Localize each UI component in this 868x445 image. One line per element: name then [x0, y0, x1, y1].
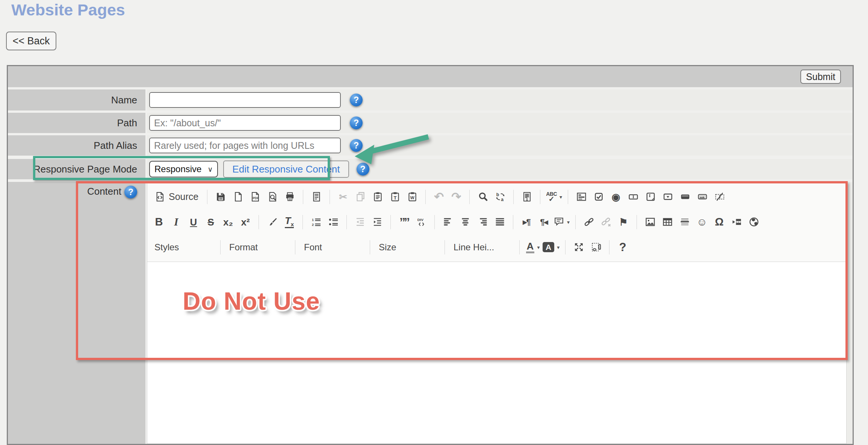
find-icon[interactable]: [475, 188, 490, 206]
toolbar-separator: [568, 190, 568, 204]
select-all-icon[interactable]: [519, 188, 534, 206]
paste-from-word-icon[interactable]: [405, 188, 420, 206]
toolbar-separator: [609, 240, 609, 254]
smiley-icon[interactable]: ☺: [694, 213, 709, 231]
name-row: Name ?: [8, 89, 853, 110]
toolbar-separator: [370, 240, 370, 254]
new-page-icon[interactable]: [230, 188, 245, 206]
path-alias-label: Path Alias: [8, 135, 145, 156]
path-row: Path ?: [8, 113, 853, 133]
horizontal-rule-icon[interactable]: [677, 213, 692, 231]
name-input[interactable]: [149, 92, 341, 108]
content-label: Content: [87, 186, 121, 197]
link-icon[interactable]: [581, 213, 596, 231]
text-direction-ltr-icon[interactable]: ▸¶: [519, 213, 534, 231]
background-color-icon[interactable]: A▾: [543, 239, 560, 256]
italic-icon[interactable]: I: [169, 213, 184, 231]
source-icon[interactable]: Source: [151, 188, 201, 206]
replace-icon[interactable]: [493, 188, 508, 206]
toolbar-separator: [637, 215, 637, 229]
bulleted-list-icon[interactable]: [326, 213, 341, 231]
edit-responsive-content-button[interactable]: Edit Responsive Content: [223, 160, 349, 178]
justify-icon[interactable]: [492, 213, 507, 231]
superscript-icon[interactable]: x²: [238, 213, 253, 231]
align-left-icon[interactable]: [440, 213, 455, 231]
responsive-mode-select[interactable]: Responsive ∨: [149, 161, 218, 177]
page-title: Website Pages: [11, 1, 125, 19]
image-button-icon[interactable]: [695, 188, 710, 206]
spell-check-icon[interactable]: ABC✓▾: [546, 188, 562, 206]
do-not-use-annotation: Do Not Use: [183, 287, 320, 315]
responsive-page-mode-label: Responsive Page Mode: [8, 159, 145, 179]
underline-icon[interactable]: U: [186, 213, 201, 231]
print-preview-icon[interactable]: [265, 188, 280, 206]
responsive-mode-help-icon[interactable]: ?: [357, 163, 369, 176]
save-icon[interactable]: [213, 188, 228, 206]
toolbar-separator: [445, 240, 445, 254]
special-character-icon[interactable]: Ω: [712, 213, 727, 231]
align-right-icon[interactable]: [475, 213, 490, 231]
export-pdf-icon[interactable]: [248, 188, 263, 206]
path-help-icon[interactable]: ?: [350, 117, 363, 129]
print-icon[interactable]: [282, 188, 297, 206]
toolbar-separator: [302, 215, 303, 229]
path-alias-row: Path Alias ?: [8, 135, 853, 156]
unlink-icon: [599, 213, 614, 231]
size-dropdown[interactable]: Size: [376, 239, 439, 256]
content-help-icon[interactable]: ?: [124, 186, 137, 198]
checkbox-icon[interactable]: [591, 188, 606, 206]
path-input[interactable]: [149, 115, 341, 131]
radio-button-icon[interactable]: ◉: [608, 188, 623, 206]
about-icon[interactable]: ?: [615, 239, 630, 256]
text-field-icon[interactable]: [626, 188, 641, 206]
responsive-mode-value: Responsive: [154, 164, 201, 174]
align-center-icon[interactable]: [458, 213, 473, 231]
hidden-field-icon[interactable]: [712, 188, 727, 206]
numbered-list-icon[interactable]: [308, 213, 324, 231]
text-color-icon[interactable]: A▾: [525, 239, 540, 256]
editor-toolbar: Source✂↶↷ABC✓▾◉BIUSx₂x²Tx””▸¶¶◂▾⚑☺ΩStyle…: [147, 182, 846, 262]
blockquote-icon[interactable]: ””: [396, 213, 411, 231]
font-dropdown[interactable]: Font: [301, 239, 364, 256]
toolbar-separator: [519, 240, 520, 254]
anchor-icon[interactable]: ⚑: [616, 213, 631, 231]
copy-icon: [353, 188, 368, 206]
image-icon[interactable]: [643, 213, 658, 231]
paste-icon[interactable]: [370, 188, 385, 206]
page-break-icon[interactable]: [729, 213, 744, 231]
create-div-icon[interactable]: [414, 213, 429, 231]
subscript-icon[interactable]: x₂: [221, 213, 236, 231]
toolbar-separator: [540, 190, 540, 204]
paste-as-text-icon[interactable]: [387, 188, 402, 206]
submit-button[interactable]: Submit: [800, 70, 841, 84]
styles-dropdown[interactable]: Styles: [151, 239, 215, 256]
show-blocks-icon[interactable]: [588, 239, 603, 256]
undo-icon: ↶: [431, 188, 446, 206]
back-button[interactable]: << Back: [6, 32, 56, 50]
strikethrough-icon[interactable]: S: [203, 213, 218, 231]
line-height-dropdown[interactable]: Line Hei...: [451, 239, 514, 256]
templates-icon[interactable]: [309, 188, 324, 206]
path-label: Path: [8, 113, 145, 133]
copy-formatting-icon[interactable]: [265, 213, 280, 231]
format-dropdown[interactable]: Format: [226, 239, 289, 256]
path-alias-help-icon[interactable]: ?: [350, 139, 363, 152]
name-help-icon[interactable]: ?: [350, 94, 363, 106]
toolbar-separator: [469, 190, 470, 204]
toolbar-separator: [346, 215, 347, 229]
iframe-icon[interactable]: [746, 213, 761, 231]
button-icon[interactable]: [677, 188, 693, 206]
responsive-page-mode-row: Responsive Page Mode Responsive ∨ Edit R…: [8, 159, 853, 179]
increase-indent-icon[interactable]: [370, 213, 385, 231]
maximize-icon[interactable]: [571, 239, 586, 256]
language-icon[interactable]: ▾: [553, 213, 570, 231]
path-alias-input[interactable]: [149, 138, 341, 153]
textarea-icon[interactable]: [643, 188, 658, 206]
text-direction-rtl-icon[interactable]: ¶◂: [536, 213, 551, 231]
select-field-icon[interactable]: [660, 188, 675, 206]
editor-content-area[interactable]: Do Not Use: [147, 262, 846, 443]
remove-format-icon[interactable]: Tx: [282, 213, 297, 231]
bold-icon[interactable]: B: [151, 213, 166, 231]
form-icon[interactable]: [574, 188, 589, 206]
table-icon[interactable]: [660, 213, 675, 231]
